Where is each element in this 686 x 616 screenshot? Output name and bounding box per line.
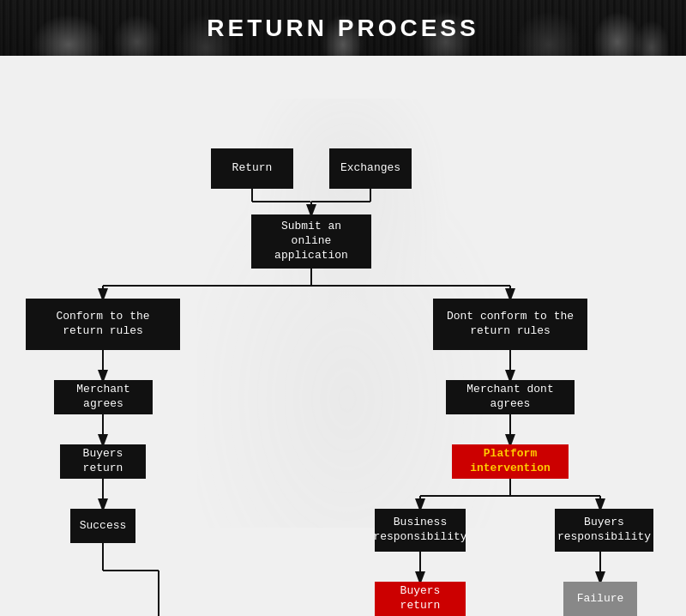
merchant-dont-agrees-node: Merchant dont agrees bbox=[446, 380, 575, 414]
diagram-area: Return Exchanges Submit an online applic… bbox=[0, 56, 686, 616]
buyers-responsibility-node: Buyers responsibility bbox=[555, 509, 653, 552]
success-node: Success bbox=[70, 509, 135, 543]
page-title: RETURN PROCESS bbox=[207, 15, 478, 42]
header: RETURN PROCESS bbox=[0, 0, 686, 56]
buyers-return-left-node: Buyers return bbox=[60, 444, 146, 479]
submit-node: Submit an online application bbox=[251, 214, 371, 269]
conform-node: Conform to the return rules bbox=[26, 299, 180, 350]
buyers-return-right-node: Buyers return bbox=[375, 582, 466, 616]
failure-node: Failure bbox=[563, 582, 637, 616]
merchant-agrees-node: Merchant agrees bbox=[54, 380, 153, 414]
dont-conform-node: Dont conform to the return rules bbox=[433, 299, 587, 350]
exchanges-node: Exchanges bbox=[329, 148, 412, 189]
return-node: Return bbox=[211, 148, 293, 189]
business-responsibility-node: Business responsibility bbox=[375, 509, 466, 552]
platform-intervention-node: Platform intervention bbox=[452, 444, 569, 479]
